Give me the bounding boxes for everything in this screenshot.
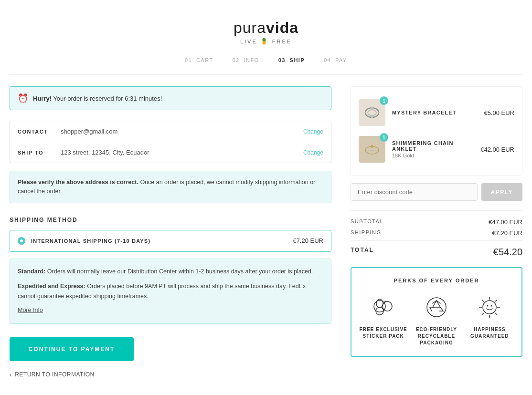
svg-point-14	[483, 301, 496, 314]
tagline: LIVE 🍍 FREE	[10, 38, 522, 45]
breadcrumb-cart[interactable]: 01 CART	[185, 57, 213, 63]
more-info-link[interactable]: More Info	[18, 305, 323, 315]
perk-recycle-label: ECO-FRIENDLY RECYCLABLE PACKAGING	[412, 326, 460, 346]
breadcrumb-pay[interactable]: 04 PAY	[324, 57, 347, 63]
shipping-option-price: €7.20 EUR	[293, 237, 323, 244]
chevron-left-icon: ‹	[10, 371, 12, 378]
right-column: 1 MYSTERY BRACELET €5.00 EUR	[351, 86, 522, 357]
item-price-bracelet: €5.00 EUR	[484, 109, 514, 116]
svg-point-24	[491, 305, 492, 307]
sun-icon	[475, 293, 504, 322]
perk-happiness: HAPPINESS GUARANTEED	[466, 293, 514, 346]
logo-bold: vida	[266, 19, 298, 36]
shipping-method-title: SHIPPING METHOD	[10, 217, 331, 223]
perk-recycle: ECO-FRIENDLY RECYCLABLE PACKAGING	[412, 293, 460, 346]
breadcrumb-info[interactable]: 02 INFO	[233, 57, 259, 63]
anklet-icon	[362, 140, 382, 159]
ship-to-change[interactable]: Change	[303, 149, 323, 156]
svg-point-2	[371, 107, 373, 109]
shipping-method-section: SHIPPING METHOD INTERNATIONAL SHIPPING (…	[10, 217, 331, 324]
perks-title: PERKS OF EVERY ORDER	[359, 278, 514, 283]
svg-point-23	[487, 305, 489, 307]
pineapple-icon: 🍍	[260, 38, 269, 45]
discount-row: APPLY	[351, 183, 522, 201]
perk-happiness-label: HAPPINESS GUARANTEED	[466, 326, 514, 340]
ship-to-value: 123 street, 12345, City, Ecuador	[61, 149, 303, 156]
timer-icon: ⏰	[18, 93, 28, 104]
ship-to-label: SHIP TO	[18, 150, 61, 156]
main-layout: ⏰ Hurry! Your order is reserved for 6:31…	[10, 86, 522, 378]
svg-line-20	[495, 313, 497, 315]
perks-box: PERKS OF EVERY ORDER FREE EXCLUSIVE STIC…	[351, 267, 522, 357]
logo: puravida	[10, 19, 522, 37]
item-quantity-badge-anklet: 1	[380, 133, 388, 142]
recycle-icon	[422, 293, 451, 322]
perk-sticker: FREE EXCLUSIVE STICKER PACK	[359, 293, 407, 346]
breadcrumb-nav: 01 CART 02 INFO 03 SHIP 04 PAY	[10, 50, 522, 75]
subtotal-row: SUBTOTAL €47.00 EUR	[351, 218, 522, 226]
svg-line-21	[495, 300, 497, 301]
subtotal-value: €47.00 EUR	[489, 218, 522, 226]
grand-total-row: TOTAL €54.20	[351, 240, 522, 258]
order-totals: SUBTOTAL €47.00 EUR SHIPPING €7.20 EUR T…	[351, 210, 522, 258]
svg-point-4	[364, 112, 366, 114]
sticker-icon	[369, 293, 398, 322]
item-name-bracelet: MYSTERY BRACELET	[392, 110, 477, 115]
item-price-anklet: €42.00 EUR	[480, 146, 514, 153]
shipping-total-row: SHIPPING €7.20 EUR	[351, 229, 522, 237]
site-header: puravida LIVE 🍍 FREE	[10, 10, 522, 50]
shipping-option[interactable]: INTERNATIONAL SHIPPING (7-10 DAYS) €7.20…	[10, 230, 331, 252]
bracelet-icon	[362, 103, 382, 122]
order-item-anklet: 1 SHIMMERING CHAIN ANKLET 18K Gold €42.0…	[359, 131, 514, 167]
left-column: ⏰ Hurry! Your order is reserved for 6:31…	[10, 86, 331, 378]
item-quantity-badge-bracelet: 1	[380, 96, 388, 105]
return-to-information-link[interactable]: ‹ RETURN TO INFORMATION	[10, 371, 331, 378]
order-items-list: 1 MYSTERY BRACELET €5.00 EUR	[351, 86, 522, 176]
svg-point-0	[365, 108, 379, 117]
svg-point-5	[378, 112, 380, 114]
logo-light: pura	[234, 19, 266, 36]
shipping-total-label: SHIPPING	[351, 229, 382, 237]
svg-point-3	[371, 116, 373, 118]
shipping-total-value: €7.20 EUR	[492, 229, 522, 237]
item-variant-anklet: 18K Gold	[392, 153, 474, 158]
contact-row: CONTACT shopper@gmail.com Change	[10, 121, 331, 142]
apply-discount-button[interactable]: APPLY	[481, 183, 522, 201]
perks-items: FREE EXCLUSIVE STICKER PACK ECO-FRIENDLY…	[359, 293, 514, 346]
discount-code-input[interactable]	[351, 183, 478, 201]
subtotal-label: SUBTOTAL	[351, 218, 383, 226]
contact-change[interactable]: Change	[303, 128, 323, 135]
grand-total-label: TOTAL	[351, 247, 374, 258]
perk-sticker-label: FREE EXCLUSIVE STICKER PACK	[359, 326, 407, 340]
shipping-option-label: INTERNATIONAL SHIPPING (7-10 DAYS)	[31, 238, 287, 244]
order-item-bracelet: 1 MYSTERY BRACELET €5.00 EUR	[359, 94, 514, 131]
svg-point-1	[368, 110, 376, 115]
continue-to-payment-button[interactable]: CONTINUE TO PAYMENT	[10, 337, 134, 361]
shipping-info-box: Standard: Orders will normally leave our…	[10, 259, 331, 324]
breadcrumb-ship[interactable]: 03 SHIP	[278, 57, 305, 63]
address-warning: Please verify the above address is corre…	[10, 171, 331, 203]
contact-label: CONTACT	[18, 129, 61, 135]
grand-total-value: €54.20	[493, 247, 522, 258]
ship-to-row: SHIP TO 123 street, 12345, City, Ecuador…	[10, 142, 331, 163]
alert-text: Hurry! Your order is reserved for 6:31 m…	[33, 95, 162, 102]
info-card: CONTACT shopper@gmail.com Change SHIP TO…	[10, 121, 331, 163]
radio-selected	[18, 237, 25, 245]
svg-point-10	[383, 301, 392, 311]
return-label: RETURN TO INFORMATION	[15, 371, 95, 378]
svg-line-22	[482, 313, 484, 315]
timer-alert: ⏰ Hurry! Your order is reserved for 6:31…	[10, 86, 331, 110]
contact-value: shopper@gmail.com	[61, 128, 303, 135]
svg-line-19	[482, 300, 484, 301]
item-name-anklet: SHIMMERING CHAIN ANKLET	[392, 140, 474, 152]
